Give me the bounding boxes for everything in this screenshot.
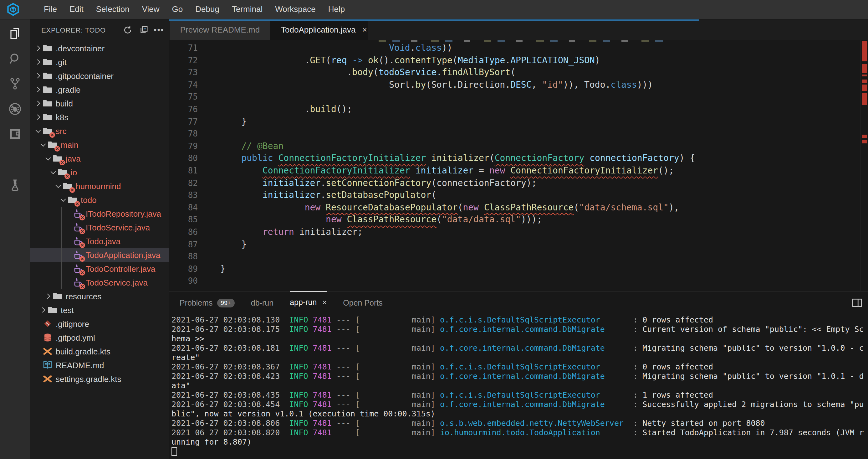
menu-item-view[interactable]: View <box>136 0 166 19</box>
tree-item-.gradle[interactable]: .gradle <box>30 83 169 96</box>
close-icon[interactable]: × <box>322 298 327 307</box>
line-number: 72 <box>169 54 198 66</box>
terminal-line: 2021-06-27 02:03:08.820 INFO 7481 --- [ … <box>172 428 868 437</box>
menu-item-terminal[interactable]: Terminal <box>226 0 269 19</box>
tree-item-label: ITodoRepository.java <box>86 209 161 218</box>
chevron-right-icon <box>34 99 42 108</box>
code-line-71: 71Void.class)) <box>169 42 861 54</box>
error-mark <box>862 140 867 143</box>
code-line-82: 82initializer.setConnectionFactory(conne… <box>169 177 861 189</box>
menu-item-go[interactable]: Go <box>166 0 189 19</box>
tree-item-.gitpodcontainer[interactable]: .gitpodcontainer <box>30 69 169 83</box>
tree-item-label: settings.gradle.kts <box>56 374 121 383</box>
folder-icon <box>42 57 53 67</box>
tree-item-main[interactable]: ✕main <box>30 138 169 151</box>
collapse-all-icon[interactable] <box>138 25 148 35</box>
tree-item-label: src <box>56 126 67 136</box>
tree-item-todoapplication.java[interactable]: ✕TodoApplication.java <box>30 248 169 262</box>
line-number: 82 <box>169 177 198 189</box>
code-line-77: 77} <box>169 116 861 128</box>
tree-item-label: .gitignore <box>56 319 89 328</box>
split-panel-icon[interactable] <box>852 297 862 308</box>
debug-icon[interactable] <box>0 98 30 120</box>
tab-preview-readme[interactable]: Preview README.md <box>170 20 270 40</box>
terminal-output[interactable]: 2021-06-27 02:03:08.130 INFO 7481 --- [ … <box>169 314 868 459</box>
terminal-line: 2021-06-27 02:03:08.435 INFO 7481 --- [ … <box>172 390 868 400</box>
refresh-icon[interactable] <box>123 25 133 35</box>
explorer-sidebar: EXPLORER: TODO ••• .devcontainer.git.git… <box>30 20 169 459</box>
java-file-icon: ✕ <box>72 264 83 274</box>
menu-item-help[interactable]: Help <box>322 0 351 19</box>
tree-item-readme.md[interactable]: README.md <box>30 358 169 372</box>
tree-item-.gitignore[interactable]: .gitignore <box>30 317 169 331</box>
java-file-icon: ✕ <box>72 278 83 287</box>
plugins-icon[interactable] <box>0 123 30 145</box>
code-line-83: 83initializer.setDatabasePopulator( <box>169 189 861 201</box>
tree-item-todocontroller.java[interactable]: ✕TodoController.java <box>30 262 169 276</box>
tree-item-todo[interactable]: ✕todo <box>30 193 169 207</box>
tree-item-label: java <box>66 154 81 163</box>
error-mark <box>862 135 867 138</box>
code-line-73: 73.body(todoService.findAllBySort( <box>169 66 861 79</box>
kts-file-icon <box>42 374 53 384</box>
tree-item-.git[interactable]: .git <box>30 55 169 69</box>
error-mark <box>862 41 867 46</box>
tree-item-label: TodoApplication.java <box>86 250 160 260</box>
code-line-90: 90 <box>169 275 861 287</box>
tree-item-todoservice.java[interactable]: ✕TodoService.java <box>30 276 169 289</box>
tree-item-label: ITodoService.java <box>86 223 150 232</box>
tree-item-label: build.gradle.kts <box>56 347 111 356</box>
close-icon[interactable]: × <box>362 25 368 34</box>
tree-item-src[interactable]: ✕src <box>30 124 169 138</box>
tree-item-.devcontainer[interactable]: .devcontainer <box>30 41 169 55</box>
tree-item-k8s[interactable]: k8s <box>30 110 169 124</box>
tree-item-label: todo <box>81 195 97 204</box>
source-control-icon[interactable] <box>0 73 30 94</box>
tree-item-humourmind[interactable]: ✕humourmind <box>30 179 169 193</box>
yml-file-icon <box>42 333 53 343</box>
tree-item-itodorepository.java[interactable]: ✕ITodoRepository.java <box>30 207 169 221</box>
line-number: 85 <box>169 214 198 226</box>
tree-item-test[interactable]: test <box>30 303 169 317</box>
chevron-right-icon <box>34 44 42 53</box>
menu-item-file[interactable]: File <box>37 0 63 19</box>
menu-item-edit[interactable]: Edit <box>63 0 90 19</box>
error-mark <box>862 75 867 77</box>
panel-tab-problems[interactable]: Problems 99+ <box>180 292 235 314</box>
terminal-line: blic", now at version v1.0.1 (execution … <box>172 409 868 418</box>
tree-item-settings.gradle.kts[interactable]: settings.gradle.kts <box>30 372 169 386</box>
overview-ruler[interactable] <box>860 40 868 291</box>
kts-file-icon <box>42 346 53 356</box>
menu-item-selection[interactable]: Selection <box>90 0 136 19</box>
more-actions-icon[interactable]: ••• <box>154 25 164 35</box>
tree-item-todo.java[interactable]: ✕Todo.java <box>30 234 169 248</box>
tab-todoapplication[interactable]: TodoApplication.java × <box>270 20 368 40</box>
test-flask-icon[interactable] <box>0 175 30 196</box>
panel-tab-app-run[interactable]: app-run × <box>290 291 327 313</box>
tree-item-java[interactable]: ✕java <box>30 151 169 165</box>
terminal-line: 2021-06-27 02:03:08.423 INFO 7481 --- [ … <box>172 371 868 381</box>
tree-item-build[interactable]: build <box>30 96 169 110</box>
tree-item-.gitpod.yml[interactable]: .gitpod.yml <box>30 331 169 344</box>
error-mark <box>862 85 867 91</box>
folder-icon <box>42 43 53 53</box>
tree-item-io[interactable]: ✕io <box>30 165 169 179</box>
code-line-76: 76.build(); <box>169 103 861 116</box>
error-badge: ✕ <box>80 270 85 276</box>
error-badge: ✕ <box>69 187 75 193</box>
panel-tab-open-ports[interactable]: Open Ports <box>343 292 382 314</box>
code-editor[interactable]: 71Void.class))72.GET(req -> ok().content… <box>169 40 868 291</box>
tree-item-label: Todo.java <box>86 236 121 246</box>
menu-item-debug[interactable]: Debug <box>189 0 226 19</box>
line-number: 90 <box>169 275 198 287</box>
bottom-panel: Problems 99+ db-run app-run × Open Ports… <box>169 291 868 459</box>
search-icon[interactable] <box>0 48 30 69</box>
tree-item-build.gradle.kts[interactable]: build.gradle.kts <box>30 344 169 358</box>
files-icon[interactable] <box>0 23 30 45</box>
tree-item-label: .gradle <box>56 85 81 94</box>
menu-item-workspace[interactable]: Workspace <box>269 0 322 19</box>
tree-item-itodoservice.java[interactable]: ✕ITodoService.java <box>30 221 169 234</box>
tree-item-resources[interactable]: resources <box>30 289 169 303</box>
panel-tab-db-run[interactable]: db-run <box>251 292 274 314</box>
chevron-down-icon <box>39 140 48 149</box>
